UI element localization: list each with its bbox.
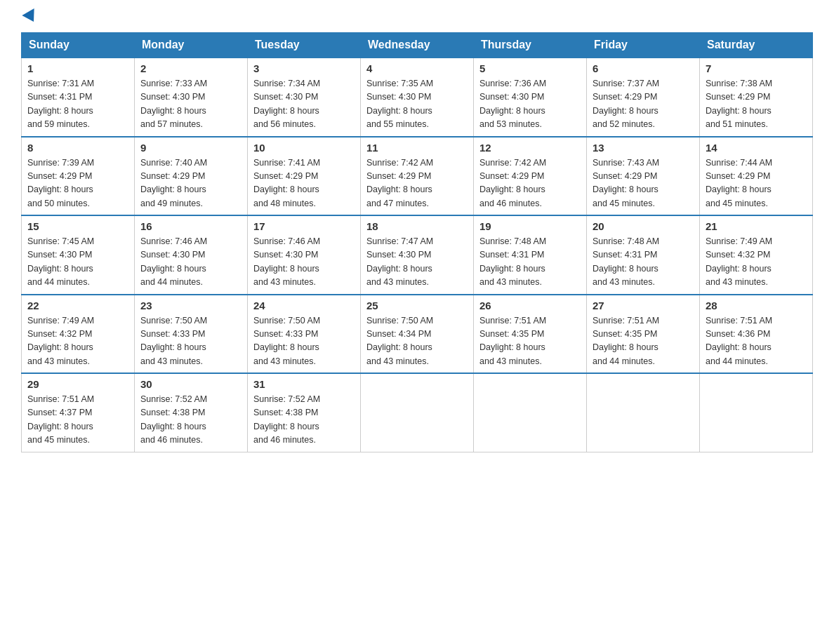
day-info: Sunrise: 7:48 AMSunset: 4:31 PMDaylight:… [593,236,659,287]
calendar-cell: 9 Sunrise: 7:40 AMSunset: 4:29 PMDayligh… [135,137,248,216]
calendar-cell: 2 Sunrise: 7:33 AMSunset: 4:30 PMDayligh… [135,58,248,137]
calendar-cell [474,373,587,452]
day-number: 20 [593,220,694,232]
calendar-week-row: 15 Sunrise: 7:45 AMSunset: 4:30 PMDaylig… [22,215,813,295]
day-number: 2 [140,62,241,74]
calendar-week-row: 1 Sunrise: 7:31 AMSunset: 4:31 PMDayligh… [22,58,813,137]
calendar-week-row: 29 Sunrise: 7:51 AMSunset: 4:37 PMDaylig… [22,373,813,452]
day-number: 19 [479,220,581,232]
day-info: Sunrise: 7:35 AMSunset: 4:30 PMDaylight:… [366,79,433,129]
calendar-cell [361,373,474,452]
col-header-tuesday: Tuesday [248,33,361,58]
calendar-cell: 5 Sunrise: 7:36 AMSunset: 4:30 PMDayligh… [474,58,587,137]
calendar-cell: 7 Sunrise: 7:38 AMSunset: 4:29 PMDayligh… [700,58,813,137]
day-number: 10 [253,142,355,154]
day-info: Sunrise: 7:52 AMSunset: 4:38 PMDaylight:… [140,394,207,445]
day-info: Sunrise: 7:51 AMSunset: 4:36 PMDaylight:… [706,316,772,366]
calendar-cell [700,373,813,452]
calendar-cell: 8 Sunrise: 7:39 AMSunset: 4:29 PMDayligh… [22,137,135,216]
calendar-cell: 6 Sunrise: 7:37 AMSunset: 4:29 PMDayligh… [587,58,700,137]
calendar-week-row: 8 Sunrise: 7:39 AMSunset: 4:29 PMDayligh… [22,137,813,216]
day-number: 11 [366,142,468,154]
day-number: 16 [140,220,241,232]
day-number: 3 [253,62,355,74]
day-number: 7 [706,62,807,74]
col-header-monday: Monday [135,33,248,58]
calendar-cell: 11 Sunrise: 7:42 AMSunset: 4:29 PMDaylig… [361,137,474,216]
calendar-cell: 4 Sunrise: 7:35 AMSunset: 4:30 PMDayligh… [361,58,474,137]
calendar-cell: 1 Sunrise: 7:31 AMSunset: 4:31 PMDayligh… [22,58,135,137]
day-number: 30 [140,378,241,390]
day-number: 25 [366,300,468,311]
day-number: 22 [27,300,128,311]
day-number: 6 [593,62,694,74]
day-number: 4 [366,62,468,74]
calendar-cell: 23 Sunrise: 7:50 AMSunset: 4:33 PMDaylig… [135,295,248,374]
logo [21,14,38,25]
day-info: Sunrise: 7:38 AMSunset: 4:29 PMDaylight:… [706,79,772,129]
calendar-cell: 29 Sunrise: 7:51 AMSunset: 4:37 PMDaylig… [22,373,135,452]
day-info: Sunrise: 7:46 AMSunset: 4:30 PMDaylight:… [253,236,320,287]
day-info: Sunrise: 7:39 AMSunset: 4:29 PMDaylight:… [27,158,94,208]
day-number: 26 [479,300,581,311]
calendar-cell: 21 Sunrise: 7:49 AMSunset: 4:32 PMDaylig… [700,215,813,295]
day-info: Sunrise: 7:48 AMSunset: 4:31 PMDaylight:… [479,236,546,287]
calendar-header-row: SundayMondayTuesdayWednesdayThursdayFrid… [22,33,813,58]
day-number: 31 [253,378,355,390]
day-number: 13 [593,142,694,154]
day-info: Sunrise: 7:52 AMSunset: 4:38 PMDaylight:… [253,394,320,445]
day-number: 17 [253,220,355,232]
day-info: Sunrise: 7:50 AMSunset: 4:33 PMDaylight:… [140,316,207,366]
calendar-cell: 19 Sunrise: 7:48 AMSunset: 4:31 PMDaylig… [474,215,587,295]
day-info: Sunrise: 7:43 AMSunset: 4:29 PMDaylight:… [593,158,659,208]
day-number: 28 [706,300,807,311]
day-number: 8 [27,142,128,154]
day-number: 1 [27,62,128,74]
calendar-cell: 30 Sunrise: 7:52 AMSunset: 4:38 PMDaylig… [135,373,248,452]
day-info: Sunrise: 7:42 AMSunset: 4:29 PMDaylight:… [479,158,546,208]
day-info: Sunrise: 7:51 AMSunset: 4:35 PMDaylight:… [593,316,659,366]
day-number: 21 [706,220,807,232]
calendar-cell [587,373,700,452]
day-info: Sunrise: 7:51 AMSunset: 4:37 PMDaylight:… [27,394,94,445]
day-info: Sunrise: 7:44 AMSunset: 4:29 PMDaylight:… [706,158,772,208]
day-number: 24 [253,300,355,311]
calendar-cell: 25 Sunrise: 7:50 AMSunset: 4:34 PMDaylig… [361,295,474,374]
calendar-cell: 14 Sunrise: 7:44 AMSunset: 4:29 PMDaylig… [700,137,813,216]
day-info: Sunrise: 7:47 AMSunset: 4:30 PMDaylight:… [366,236,433,287]
calendar-week-row: 22 Sunrise: 7:49 AMSunset: 4:32 PMDaylig… [22,295,813,374]
calendar-cell: 3 Sunrise: 7:34 AMSunset: 4:30 PMDayligh… [248,58,361,137]
calendar-cell: 20 Sunrise: 7:48 AMSunset: 4:31 PMDaylig… [587,215,700,295]
day-info: Sunrise: 7:36 AMSunset: 4:30 PMDaylight:… [479,79,546,129]
calendar-cell: 22 Sunrise: 7:49 AMSunset: 4:32 PMDaylig… [22,295,135,374]
calendar-cell: 31 Sunrise: 7:52 AMSunset: 4:38 PMDaylig… [248,373,361,452]
day-info: Sunrise: 7:41 AMSunset: 4:29 PMDaylight:… [253,158,320,208]
day-number: 15 [27,220,128,232]
logo-triangle-icon [22,8,39,25]
col-header-sunday: Sunday [22,33,135,58]
calendar-cell: 16 Sunrise: 7:46 AMSunset: 4:30 PMDaylig… [135,215,248,295]
day-info: Sunrise: 7:49 AMSunset: 4:32 PMDaylight:… [706,236,772,287]
calendar-cell: 15 Sunrise: 7:45 AMSunset: 4:30 PMDaylig… [22,215,135,295]
calendar-cell: 28 Sunrise: 7:51 AMSunset: 4:36 PMDaylig… [700,295,813,374]
day-info: Sunrise: 7:37 AMSunset: 4:29 PMDaylight:… [593,79,659,129]
day-info: Sunrise: 7:31 AMSunset: 4:31 PMDaylight:… [27,79,94,129]
day-info: Sunrise: 7:33 AMSunset: 4:30 PMDaylight:… [140,79,207,129]
day-info: Sunrise: 7:34 AMSunset: 4:30 PMDaylight:… [253,79,320,129]
day-number: 12 [479,142,581,154]
day-info: Sunrise: 7:45 AMSunset: 4:30 PMDaylight:… [27,236,94,287]
calendar-cell: 24 Sunrise: 7:50 AMSunset: 4:33 PMDaylig… [248,295,361,374]
calendar-cell: 17 Sunrise: 7:46 AMSunset: 4:30 PMDaylig… [248,215,361,295]
col-header-thursday: Thursday [474,33,587,58]
calendar-table: SundayMondayTuesdayWednesdayThursdayFrid… [21,32,813,452]
day-number: 18 [366,220,468,232]
day-info: Sunrise: 7:51 AMSunset: 4:35 PMDaylight:… [479,316,546,366]
day-number: 5 [479,62,581,74]
day-info: Sunrise: 7:50 AMSunset: 4:34 PMDaylight:… [366,316,433,366]
calendar-cell: 27 Sunrise: 7:51 AMSunset: 4:35 PMDaylig… [587,295,700,374]
col-header-wednesday: Wednesday [361,33,474,58]
day-info: Sunrise: 7:49 AMSunset: 4:32 PMDaylight:… [27,316,94,366]
day-number: 9 [140,142,241,154]
day-info: Sunrise: 7:46 AMSunset: 4:30 PMDaylight:… [140,236,207,287]
day-info: Sunrise: 7:40 AMSunset: 4:29 PMDaylight:… [140,158,207,208]
